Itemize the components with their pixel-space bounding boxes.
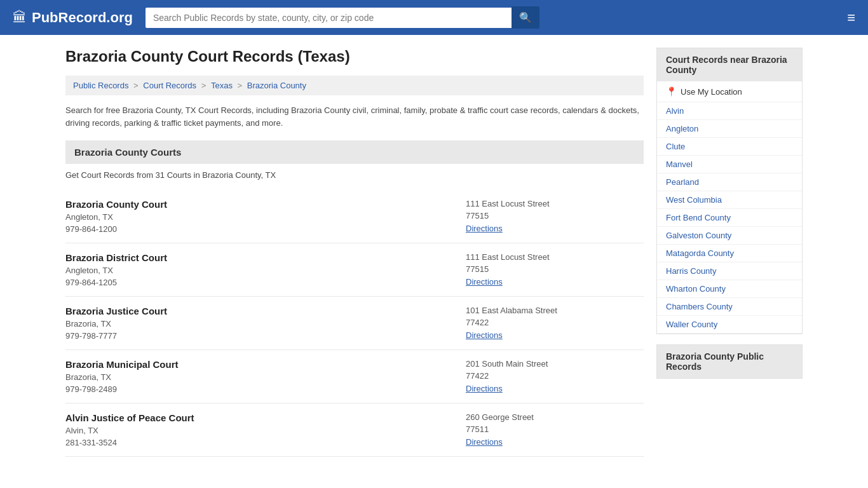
nearby-box: Court Records near Brazoria County 📍 Use… bbox=[656, 48, 803, 334]
search-button[interactable]: 🔍 bbox=[512, 6, 539, 29]
court-name: Brazoria Municipal Court bbox=[65, 359, 466, 370]
court-right-2: 101 East Alabama Street 77422 Directions bbox=[466, 306, 644, 341]
breadcrumb-texas[interactable]: Texas bbox=[211, 81, 233, 90]
court-phone: 979-798-2489 bbox=[65, 384, 466, 394]
courts-list: Brazoria County Court Angleton, TX 979-8… bbox=[65, 190, 644, 457]
court-right-4: 260 George Street 77511 Directions bbox=[466, 412, 644, 447]
use-location[interactable]: 📍 Use My Location bbox=[657, 81, 802, 102]
court-entry: Brazoria Municipal Court Brazoria, TX 97… bbox=[65, 350, 644, 403]
breadcrumb-brazoria-county[interactable]: Brazoria County bbox=[247, 81, 306, 90]
court-name: Brazoria Justice Court bbox=[65, 306, 466, 316]
court-entry: Brazoria County Court Angleton, TX 979-8… bbox=[65, 190, 644, 243]
court-phone: 979-864-1205 bbox=[65, 278, 466, 287]
court-left-2: Brazoria Justice Court Brazoria, TX 979-… bbox=[65, 306, 466, 341]
court-address: 101 East Alabama Street bbox=[466, 306, 644, 315]
court-phone: 281-331-3524 bbox=[65, 438, 466, 447]
menu-button[interactable]: ≡ bbox=[847, 10, 855, 26]
sidebar-nearby-item: Manvel bbox=[657, 156, 802, 173]
court-right-0: 111 East Locust Street 77515 Directions bbox=[466, 199, 644, 234]
court-name: Brazoria County Court bbox=[65, 199, 466, 210]
court-phone: 979-798-7777 bbox=[65, 331, 466, 341]
court-entry: Brazoria Justice Court Brazoria, TX 979-… bbox=[65, 297, 644, 350]
sidebar-nearby-link[interactable]: Clute bbox=[666, 142, 685, 151]
sidebar-nearby-link[interactable]: Waller County bbox=[666, 320, 717, 329]
main-container: Brazoria County Court Records (Texas) Pu… bbox=[53, 35, 815, 470]
nearby-list: AlvinAngletonCluteManvelPearlandWest Col… bbox=[657, 102, 802, 334]
use-location-link[interactable]: Use My Location bbox=[681, 87, 742, 97]
sidebar-nearby-item: Pearland bbox=[657, 173, 802, 191]
court-address: 201 South Main Street bbox=[466, 359, 644, 369]
sidebar-nearby-item: Angleton bbox=[657, 120, 802, 138]
directions-link[interactable]: Directions bbox=[466, 384, 503, 393]
directions-link[interactable]: Directions bbox=[466, 437, 503, 447]
court-city: Alvin, TX bbox=[65, 426, 466, 435]
search-bar: 🔍 bbox=[146, 6, 539, 29]
sidebar-nearby-link[interactable]: Harris County bbox=[666, 266, 716, 276]
directions-link[interactable]: Directions bbox=[466, 330, 503, 340]
court-zip: 77422 bbox=[466, 318, 644, 327]
court-zip: 77515 bbox=[466, 211, 644, 220]
page-description: Search for free Brazoria County, TX Cour… bbox=[65, 104, 644, 129]
court-address: 260 George Street bbox=[466, 412, 644, 422]
breadcrumb-sep-2: > bbox=[201, 81, 208, 90]
search-input[interactable] bbox=[146, 8, 512, 28]
sidebar-nearby-link[interactable]: Chambers County bbox=[666, 302, 733, 311]
breadcrumb-court-records[interactable]: Court Records bbox=[143, 81, 196, 90]
sidebar-nearby-item: Wharton County bbox=[657, 280, 802, 298]
logo-link[interactable]: 🏛 PubRecord.org bbox=[13, 10, 133, 26]
sidebar: Court Records near Brazoria County 📍 Use… bbox=[656, 48, 803, 457]
court-left-1: Brazoria District Court Angleton, TX 979… bbox=[65, 252, 466, 287]
sidebar-nearby-link[interactable]: Galveston County bbox=[666, 231, 731, 240]
nearby-section-title: Court Records near Brazoria County bbox=[657, 48, 802, 81]
content-area: Brazoria County Court Records (Texas) Pu… bbox=[65, 48, 644, 457]
court-entry: Brazoria District Court Angleton, TX 979… bbox=[65, 243, 644, 297]
court-city: Brazoria, TX bbox=[65, 372, 466, 382]
search-icon: 🔍 bbox=[519, 12, 532, 23]
court-zip: 77422 bbox=[466, 371, 644, 381]
sidebar-nearby-link[interactable]: Angleton bbox=[666, 124, 698, 133]
sidebar-nearby-link[interactable]: Wharton County bbox=[666, 284, 726, 294]
sidebar-nearby-link[interactable]: Fort Bend County bbox=[666, 213, 731, 222]
directions-link[interactable]: Directions bbox=[466, 277, 503, 287]
court-name: Alvin Justice of Peace Court bbox=[65, 412, 466, 423]
court-city: Brazoria, TX bbox=[65, 319, 466, 329]
sidebar-nearby-item: Clute bbox=[657, 138, 802, 156]
court-left-4: Alvin Justice of Peace Court Alvin, TX 2… bbox=[65, 412, 466, 447]
page-title: Brazoria County Court Records (Texas) bbox=[65, 48, 644, 65]
court-name: Brazoria District Court bbox=[65, 252, 466, 263]
court-entry: Alvin Justice of Peace Court Alvin, TX 2… bbox=[65, 403, 644, 457]
sidebar-nearby-item: Galveston County bbox=[657, 227, 802, 245]
court-right-3: 201 South Main Street 77422 Directions bbox=[466, 359, 644, 394]
sidebar-nearby-item: West Columbia bbox=[657, 191, 802, 209]
court-phone: 979-864-1200 bbox=[65, 224, 466, 234]
court-right-1: 111 East Locust Street 77515 Directions bbox=[466, 252, 644, 287]
sidebar-nearby-item: Fort Bend County bbox=[657, 209, 802, 227]
directions-link[interactable]: Directions bbox=[466, 224, 503, 233]
courts-count: Get Court Records from 31 Courts in Braz… bbox=[65, 170, 644, 180]
sidebar-nearby-item: Chambers County bbox=[657, 298, 802, 316]
sidebar-nearby-link[interactable]: Manvel bbox=[666, 159, 693, 169]
court-city: Angleton, TX bbox=[65, 212, 466, 222]
breadcrumb-sep-3: > bbox=[238, 81, 245, 90]
location-pin-icon: 📍 bbox=[666, 86, 677, 97]
sidebar-nearby-item: Matagorda County bbox=[657, 245, 802, 262]
court-zip: 77511 bbox=[466, 424, 644, 434]
court-address: 111 East Locust Street bbox=[466, 199, 644, 208]
sidebar-nearby-item: Harris County bbox=[657, 262, 802, 280]
sidebar-nearby-item: Alvin bbox=[657, 102, 802, 120]
public-records-section-title: Brazoria County Public Records bbox=[657, 345, 802, 378]
sidebar-nearby-item: Waller County bbox=[657, 316, 802, 334]
breadcrumb-sep-1: > bbox=[133, 81, 140, 90]
courts-section-header: Brazoria County Courts bbox=[65, 140, 644, 164]
logo-icon: 🏛 bbox=[13, 10, 27, 26]
sidebar-nearby-link[interactable]: Pearland bbox=[666, 177, 699, 187]
breadcrumb-public-records[interactable]: Public Records bbox=[73, 81, 128, 90]
sidebar-nearby-link[interactable]: West Columbia bbox=[666, 195, 722, 205]
hamburger-icon: ≡ bbox=[847, 10, 855, 25]
court-left-0: Brazoria County Court Angleton, TX 979-8… bbox=[65, 199, 466, 234]
court-left-3: Brazoria Municipal Court Brazoria, TX 97… bbox=[65, 359, 466, 394]
sidebar-nearby-link[interactable]: Matagorda County bbox=[666, 248, 734, 258]
public-records-box: Brazoria County Public Records bbox=[656, 344, 803, 379]
sidebar-nearby-link[interactable]: Alvin bbox=[666, 106, 684, 116]
court-address: 111 East Locust Street bbox=[466, 252, 644, 262]
